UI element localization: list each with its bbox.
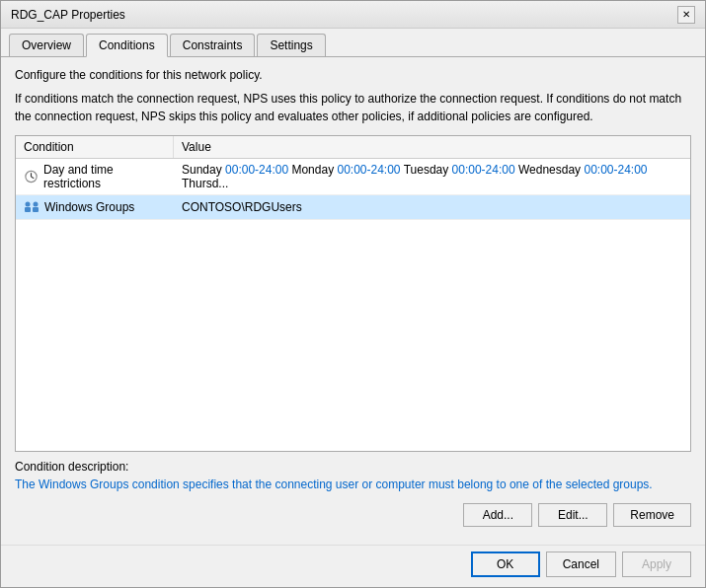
apply-button[interactable]: Apply <box>622 551 691 577</box>
tab-content: Configure the conditions for this networ… <box>1 57 705 545</box>
row2-condition-label: Windows Groups <box>44 200 134 214</box>
row2-condition: Windows Groups <box>16 195 174 219</box>
row1-blue4: 00:00-24:00 <box>584 163 647 177</box>
tab-constraints[interactable]: Constraints <box>170 34 256 56</box>
group-icon <box>24 199 39 215</box>
row1-blue2: 00:00-24:00 <box>337 163 400 177</box>
title-bar: RDG_CAP Properties ✕ <box>1 1 705 29</box>
description2: If conditions match the connection reque… <box>15 90 691 125</box>
main-window: RDG_CAP Properties ✕ Overview Conditions… <box>0 0 706 588</box>
row2-value: CONTOSO\RDGUsers <box>174 196 690 218</box>
row1-condition-label: Day and time restrictions <box>43 163 166 190</box>
condition-desc-text: The Windows Groups condition specifies t… <box>15 477 691 493</box>
svg-line-2 <box>32 177 35 179</box>
table-row[interactable]: Windows Groups CONTOSO\RDGUsers <box>16 195 690 220</box>
close-button[interactable]: ✕ <box>677 6 695 24</box>
conditions-table: Condition Value Day and time restriction… <box>15 135 691 452</box>
table-body: Day and time restrictions Sunday 00:00-2… <box>16 159 690 451</box>
description1: Configure the conditions for this networ… <box>15 67 691 84</box>
tab-overview[interactable]: Overview <box>9 34 84 56</box>
condition-desc-label: Condition description: <box>15 460 691 474</box>
row2-value-text: CONTOSO\RDGUsers <box>182 200 302 214</box>
tab-bar: Overview Conditions Constraints Settings <box>1 29 705 57</box>
row1-blue1: 00:00-24:00 <box>225 163 288 177</box>
column-header-condition: Condition <box>16 136 174 158</box>
table-row[interactable]: Day and time restrictions Sunday 00:00-2… <box>16 159 690 195</box>
svg-point-6 <box>34 201 39 206</box>
cancel-button[interactable]: Cancel <box>546 551 616 577</box>
svg-rect-3 <box>25 207 31 212</box>
table-header: Condition Value <box>16 136 690 159</box>
action-buttons: Add... Edit... Remove <box>15 503 691 527</box>
tab-settings[interactable]: Settings <box>257 34 325 56</box>
window-title: RDG_CAP Properties <box>11 8 125 22</box>
svg-point-5 <box>26 201 31 206</box>
row1-blue3: 00:00-24:00 <box>452 163 515 177</box>
tab-conditions[interactable]: Conditions <box>86 34 168 57</box>
remove-button[interactable]: Remove <box>613 503 691 527</box>
add-button[interactable]: Add... <box>463 503 532 527</box>
footer-buttons: OK Cancel Apply <box>1 545 705 587</box>
row1-value-text: Sunday 00:00-24:00 Monday 00:00-24:00 Tu… <box>182 163 648 190</box>
clock-icon <box>24 169 39 184</box>
edit-button[interactable]: Edit... <box>538 503 607 527</box>
condition-description: Condition description: The Windows Group… <box>15 460 691 493</box>
row1-value: Sunday 00:00-24:00 Monday 00:00-24:00 Tu… <box>174 159 690 194</box>
column-header-value: Value <box>174 136 690 158</box>
row1-condition: Day and time restrictions <box>16 159 174 194</box>
ok-button[interactable]: OK <box>471 551 540 577</box>
svg-rect-4 <box>33 207 39 212</box>
